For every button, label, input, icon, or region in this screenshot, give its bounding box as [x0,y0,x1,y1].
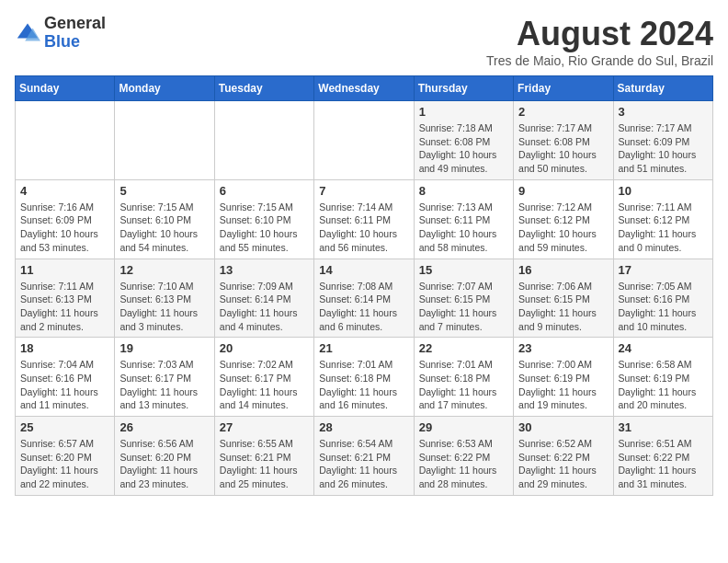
title-area: August 2024 Tres de Maio, Rio Grande do … [486,15,713,68]
day-cell: 5Sunrise: 7:15 AM Sunset: 6:10 PM Daylig… [115,179,214,259]
day-info: Sunrise: 7:00 AM Sunset: 6:19 PM Dayligh… [518,358,608,412]
day-number: 3 [619,105,708,119]
logo: General Blue [15,15,106,52]
day-number: 28 [319,420,408,434]
day-cell: 11Sunrise: 7:11 AM Sunset: 6:13 PM Dayli… [16,259,115,338]
day-cell: 24Sunrise: 6:58 AM Sunset: 6:19 PM Dayli… [613,338,712,417]
month-title: August 2024 [486,15,713,53]
day-info: Sunrise: 7:14 AM Sunset: 6:11 PM Dayligh… [319,201,408,255]
week-row-4: 18Sunrise: 7:04 AM Sunset: 6:16 PM Dayli… [16,338,713,417]
day-info: Sunrise: 6:52 AM Sunset: 6:22 PM Dayligh… [518,437,608,491]
day-cell: 19Sunrise: 7:03 AM Sunset: 6:17 PM Dayli… [115,338,214,417]
day-cell [314,101,414,180]
day-cell: 1Sunrise: 7:18 AM Sunset: 6:08 PM Daylig… [414,101,513,180]
day-cell: 12Sunrise: 7:10 AM Sunset: 6:13 PM Dayli… [115,259,214,338]
day-info: Sunrise: 7:15 AM Sunset: 6:10 PM Dayligh… [220,201,309,255]
day-number: 20 [220,341,309,355]
week-row-1: 1Sunrise: 7:18 AM Sunset: 6:08 PM Daylig… [16,101,713,180]
day-number: 10 [619,184,708,198]
day-cell: 23Sunrise: 7:00 AM Sunset: 6:19 PM Dayli… [514,338,613,417]
day-cell: 6Sunrise: 7:15 AM Sunset: 6:10 PM Daylig… [214,179,313,259]
day-number: 14 [319,263,408,277]
day-info: Sunrise: 6:51 AM Sunset: 6:22 PM Dayligh… [619,437,708,491]
day-number: 30 [518,420,608,434]
day-info: Sunrise: 7:17 AM Sunset: 6:09 PM Dayligh… [619,121,708,176]
day-info: Sunrise: 6:55 AM Sunset: 6:21 PM Dayligh… [220,437,309,491]
day-cell: 27Sunrise: 6:55 AM Sunset: 6:21 PM Dayli… [214,417,313,496]
day-info: Sunrise: 7:15 AM Sunset: 6:10 PM Dayligh… [119,201,209,255]
page-header: General Blue August 2024 Tres de Maio, R… [15,15,713,68]
day-number: 23 [518,341,608,355]
calendar-header: SundayMondayTuesdayWednesdayThursdayFrid… [16,76,713,101]
day-number: 25 [20,420,109,434]
day-cell: 31Sunrise: 6:51 AM Sunset: 6:22 PM Dayli… [613,417,712,496]
day-number: 4 [20,184,109,198]
day-number: 19 [119,341,209,355]
day-info: Sunrise: 7:18 AM Sunset: 6:08 PM Dayligh… [419,121,508,176]
day-info: Sunrise: 7:12 AM Sunset: 6:12 PM Dayligh… [518,201,608,255]
day-info: Sunrise: 7:04 AM Sunset: 6:16 PM Dayligh… [20,358,109,412]
day-number: 26 [119,420,209,434]
day-cell: 20Sunrise: 7:02 AM Sunset: 6:17 PM Dayli… [214,338,313,417]
day-cell: 14Sunrise: 7:08 AM Sunset: 6:14 PM Dayli… [314,259,414,338]
day-cell: 30Sunrise: 6:52 AM Sunset: 6:22 PM Dayli… [514,417,613,496]
day-info: Sunrise: 7:08 AM Sunset: 6:14 PM Dayligh… [319,280,408,334]
day-number: 24 [619,341,708,355]
day-number: 5 [119,184,209,198]
day-info: Sunrise: 7:09 AM Sunset: 6:14 PM Dayligh… [220,280,309,334]
day-number: 17 [619,263,708,277]
day-cell: 28Sunrise: 6:54 AM Sunset: 6:21 PM Dayli… [314,417,414,496]
day-info: Sunrise: 7:10 AM Sunset: 6:13 PM Dayligh… [119,280,209,334]
day-info: Sunrise: 7:01 AM Sunset: 6:18 PM Dayligh… [419,358,508,412]
day-number: 8 [419,184,508,198]
day-number: 13 [220,263,309,277]
day-info: Sunrise: 6:53 AM Sunset: 6:22 PM Dayligh… [419,437,508,491]
day-number: 12 [119,263,209,277]
day-info: Sunrise: 7:01 AM Sunset: 6:18 PM Dayligh… [319,358,408,412]
day-number: 29 [419,420,508,434]
day-number: 6 [220,184,309,198]
day-number: 21 [319,341,408,355]
day-number: 9 [518,184,608,198]
calendar-table: SundayMondayTuesdayWednesdayThursdayFrid… [15,75,713,496]
day-cell: 17Sunrise: 7:05 AM Sunset: 6:16 PM Dayli… [613,259,712,338]
day-cell: 10Sunrise: 7:11 AM Sunset: 6:12 PM Dayli… [613,179,712,259]
day-cell: 8Sunrise: 7:13 AM Sunset: 6:11 PM Daylig… [414,179,513,259]
day-number: 2 [518,105,608,119]
day-cell [214,101,313,180]
day-cell: 18Sunrise: 7:04 AM Sunset: 6:16 PM Dayli… [16,338,115,417]
day-info: Sunrise: 6:54 AM Sunset: 6:21 PM Dayligh… [319,437,408,491]
day-cell: 3Sunrise: 7:17 AM Sunset: 6:09 PM Daylig… [613,101,712,180]
day-info: Sunrise: 7:05 AM Sunset: 6:16 PM Dayligh… [619,280,708,334]
day-cell [115,101,214,180]
day-cell [16,101,115,180]
logo-icon [15,20,40,46]
day-cell: 26Sunrise: 6:56 AM Sunset: 6:20 PM Dayli… [115,417,214,496]
day-info: Sunrise: 6:58 AM Sunset: 6:19 PM Dayligh… [619,358,708,412]
week-row-2: 4Sunrise: 7:16 AM Sunset: 6:09 PM Daylig… [16,179,713,259]
weekday-header-saturday: Saturday [613,76,712,101]
day-cell: 22Sunrise: 7:01 AM Sunset: 6:18 PM Dayli… [414,338,513,417]
location-title: Tres de Maio, Rio Grande do Sul, Brazil [486,53,713,68]
day-number: 31 [619,420,708,434]
day-info: Sunrise: 7:13 AM Sunset: 6:11 PM Dayligh… [419,201,508,255]
day-info: Sunrise: 7:16 AM Sunset: 6:09 PM Dayligh… [20,201,109,255]
day-info: Sunrise: 6:56 AM Sunset: 6:20 PM Dayligh… [119,437,209,491]
day-cell: 4Sunrise: 7:16 AM Sunset: 6:09 PM Daylig… [16,179,115,259]
day-number: 1 [419,105,508,119]
weekday-header-tuesday: Tuesday [214,76,313,101]
week-row-3: 11Sunrise: 7:11 AM Sunset: 6:13 PM Dayli… [16,259,713,338]
day-number: 22 [419,341,508,355]
day-number: 15 [419,263,508,277]
weekday-header-friday: Friday [514,76,613,101]
day-cell: 21Sunrise: 7:01 AM Sunset: 6:18 PM Dayli… [314,338,414,417]
day-info: Sunrise: 7:06 AM Sunset: 6:15 PM Dayligh… [518,280,608,334]
week-row-5: 25Sunrise: 6:57 AM Sunset: 6:20 PM Dayli… [16,417,713,496]
day-info: Sunrise: 7:11 AM Sunset: 6:12 PM Dayligh… [619,201,708,255]
day-info: Sunrise: 7:17 AM Sunset: 6:08 PM Dayligh… [518,121,608,176]
day-number: 27 [220,420,309,434]
day-cell: 16Sunrise: 7:06 AM Sunset: 6:15 PM Dayli… [514,259,613,338]
day-info: Sunrise: 7:11 AM Sunset: 6:13 PM Dayligh… [20,280,109,334]
day-cell: 2Sunrise: 7:17 AM Sunset: 6:08 PM Daylig… [514,101,613,180]
weekday-header-sunday: Sunday [16,76,115,101]
